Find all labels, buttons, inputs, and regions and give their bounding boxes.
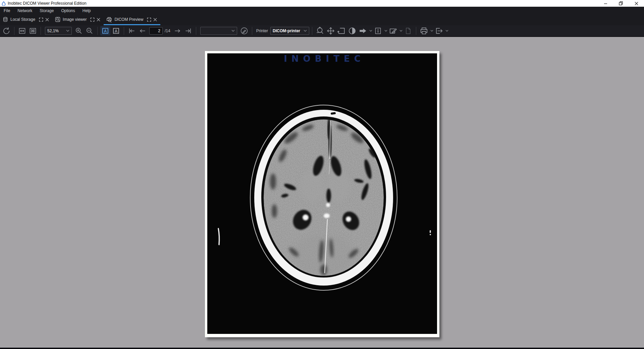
tab-label: Local Storage	[10, 17, 35, 22]
invert-icon	[348, 27, 357, 35]
close-tab-icon[interactable]	[97, 18, 100, 21]
chevron-down-icon	[304, 30, 307, 32]
annotations-on-toggle[interactable]: A	[100, 26, 110, 36]
dicom-film[interactable]: INOBITEC	[207, 53, 437, 334]
export-icon	[435, 27, 443, 35]
preview-toolbar: 52,1% A A	[0, 25, 644, 37]
edit-annotations-dropdown-icon[interactable]	[399, 30, 402, 32]
toolbar-separator	[41, 27, 41, 35]
preview-viewport: INOBITEC	[0, 37, 644, 348]
previous-page-button[interactable]	[138, 26, 148, 36]
fit-page-icon	[29, 27, 37, 35]
toolbar-separator	[97, 27, 98, 35]
print-icon	[420, 27, 428, 35]
image-viewer-icon	[55, 17, 60, 22]
close-icon	[635, 2, 638, 5]
window-controls	[598, 0, 644, 7]
previous-page-icon	[139, 27, 147, 35]
next-page-button[interactable]	[172, 26, 182, 36]
annotations-on-icon: A	[101, 27, 109, 35]
expand-tab-icon[interactable]	[90, 17, 95, 22]
application-window: Inobitec DICOM Viewer Professional Editi…	[0, 0, 644, 349]
last-page-button[interactable]	[183, 26, 193, 36]
minimize-icon	[604, 2, 607, 5]
toolbar-separator	[252, 27, 252, 35]
rotate-page-icon	[337, 27, 346, 35]
first-page-icon	[128, 27, 136, 35]
magnify-tool-icon	[316, 27, 324, 35]
menu-storage[interactable]: Storage	[36, 7, 57, 15]
bottom-strip	[0, 348, 644, 349]
tab-label: DICOM Preview	[114, 17, 143, 22]
tab-dicom-preview[interactable]: DICOM Preview	[104, 15, 160, 25]
preset-select[interactable]	[200, 27, 237, 35]
fit-page-button[interactable]	[28, 26, 38, 36]
close-tab-icon[interactable]	[45, 18, 49, 21]
svg-text:A: A	[104, 29, 107, 33]
magnify-tool-button[interactable]	[315, 26, 325, 36]
print-preview-page: INOBITEC	[205, 51, 439, 337]
window-title: Inobitec DICOM Viewer Professional Editi…	[8, 1, 87, 6]
toolbar-separator	[312, 27, 312, 35]
edit-preset-icon	[240, 27, 249, 35]
database-icon	[3, 17, 8, 22]
fit-width-icon	[18, 27, 26, 35]
zoom-out-button[interactable]	[85, 26, 95, 36]
expand-tab-icon[interactable]	[39, 17, 43, 22]
menu-options[interactable]: Options	[57, 7, 78, 15]
forward-arrow-button[interactable]	[358, 26, 368, 36]
tab-bar: Local Storage Image viewer	[0, 15, 644, 25]
page-number-input[interactable]	[149, 27, 163, 35]
menu-bar: File Network Storage Options Help	[0, 7, 644, 15]
app-logo-icon	[2, 1, 6, 6]
minimize-button[interactable]	[598, 0, 613, 7]
restore-button[interactable]	[613, 0, 629, 7]
menu-file[interactable]: File	[0, 7, 14, 15]
invert-button[interactable]	[347, 26, 357, 36]
toolbar-separator	[124, 27, 124, 35]
first-page-button[interactable]	[127, 26, 137, 36]
tab-image-viewer[interactable]: Image viewer	[52, 15, 104, 25]
refresh-button[interactable]	[1, 26, 11, 36]
menu-help[interactable]: Help	[79, 7, 95, 15]
forward-arrow-dropdown-icon[interactable]	[369, 30, 372, 32]
tab-local-storage[interactable]: Local Storage	[0, 15, 52, 25]
tab-label: Image viewer	[63, 17, 87, 22]
zoom-level-select[interactable]: 52,1%	[45, 27, 72, 35]
blank-page-button[interactable]	[403, 26, 413, 36]
printer-label: Printer	[256, 29, 268, 33]
edit-annotations-button[interactable]	[388, 26, 398, 36]
info-dropdown-icon[interactable]	[384, 30, 387, 32]
watermark-text: INOBITEC	[207, 54, 437, 64]
annotations-off-icon: A	[112, 27, 120, 35]
dicom-preview-icon	[106, 17, 112, 22]
next-page-icon	[173, 27, 181, 35]
export-button[interactable]	[434, 26, 444, 36]
zoom-out-icon	[86, 27, 94, 35]
menu-network[interactable]: Network	[14, 7, 36, 15]
zoom-in-icon	[75, 27, 83, 35]
pan-tool-icon	[326, 27, 335, 35]
export-dropdown-icon[interactable]	[445, 30, 448, 32]
print-button[interactable]	[419, 26, 429, 36]
svg-text:A: A	[115, 29, 118, 33]
expand-tab-icon[interactable]	[147, 17, 151, 22]
print-dropdown-icon[interactable]	[430, 30, 433, 32]
printer-select[interactable]: DICOM-printer	[270, 27, 309, 35]
close-button[interactable]	[629, 0, 644, 7]
pan-tool-button[interactable]	[326, 26, 336, 36]
chevron-down-icon	[66, 30, 69, 32]
printer-value: DICOM-printer	[273, 29, 300, 33]
toolbar-separator	[196, 27, 196, 35]
ct-brain-image	[207, 53, 437, 334]
rotate-page-button[interactable]	[336, 26, 346, 36]
restore-icon	[619, 1, 623, 5]
edit-preset-button[interactable]	[239, 26, 249, 36]
info-icon	[374, 27, 382, 35]
blank-page-icon	[404, 27, 412, 35]
annotations-off-toggle[interactable]: A	[111, 26, 121, 36]
close-tab-icon[interactable]	[153, 18, 157, 21]
info-button[interactable]	[373, 26, 383, 36]
fit-width-button[interactable]	[17, 26, 27, 36]
zoom-in-button[interactable]	[74, 26, 84, 36]
